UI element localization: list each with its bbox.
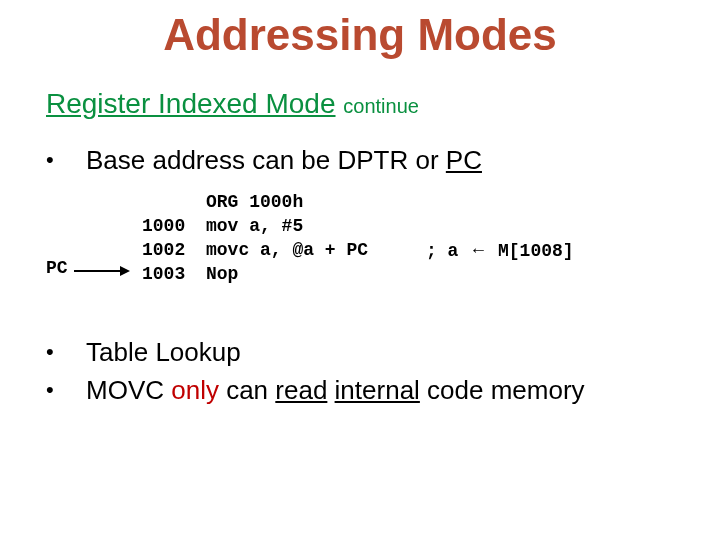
- bullet-3: • MOVC only can read internal code memor…: [46, 374, 720, 406]
- code-block: PC 1000 1002 1003 ORG 1000h mov a, #5 mo…: [46, 190, 720, 310]
- bullet-dot: •: [46, 336, 86, 368]
- comment-post: M[1008]: [487, 241, 573, 261]
- b3-p7: code memory: [420, 375, 585, 405]
- subtitle-continue: continue: [343, 95, 419, 117]
- code-instructions: ORG 1000h mov a, #5 movc a, @a + PC Nop: [206, 190, 368, 286]
- arrow-left-icon: ←: [469, 240, 487, 260]
- bullet-3-text: MOVC only can read internal code memory: [86, 374, 585, 406]
- bullet-list-top: • Base address can be DPTR or PC: [46, 144, 720, 176]
- pc-label: PC: [46, 258, 68, 278]
- bullet-1: • Base address can be DPTR or PC: [46, 144, 720, 176]
- bullet-dot: •: [46, 374, 86, 406]
- arrow-right-icon: [74, 266, 130, 276]
- bullet-2: • Table Lookup: [46, 336, 720, 368]
- b3-internal: internal: [335, 375, 420, 405]
- subtitle-main: Register Indexed Mode: [46, 88, 336, 119]
- b3-only: only: [171, 375, 219, 405]
- comment-pre: ; a: [426, 241, 469, 261]
- slide-subtitle: Register Indexed Mode continue: [46, 88, 720, 120]
- slide-title: Addressing Modes: [0, 0, 720, 60]
- b3-p1: MOVC: [86, 375, 171, 405]
- bullet-1-pre: Base address can be DPTR or: [86, 145, 446, 175]
- b3-p3: can: [219, 375, 275, 405]
- b3-p5: [327, 375, 334, 405]
- code-comment: ; a ← M[1008]: [426, 238, 574, 263]
- bullet-list-bottom: • Table Lookup • MOVC only can read inte…: [46, 336, 720, 406]
- bullet-dot: •: [46, 144, 86, 176]
- slide: Addressing Modes Register Indexed Mode c…: [0, 0, 720, 540]
- b3-read: read: [275, 375, 327, 405]
- bullet-1-pc: PC: [446, 145, 482, 175]
- code-addresses: 1000 1002 1003: [142, 214, 185, 286]
- bullet-2-text: Table Lookup: [86, 336, 241, 368]
- bullet-1-text: Base address can be DPTR or PC: [86, 144, 482, 176]
